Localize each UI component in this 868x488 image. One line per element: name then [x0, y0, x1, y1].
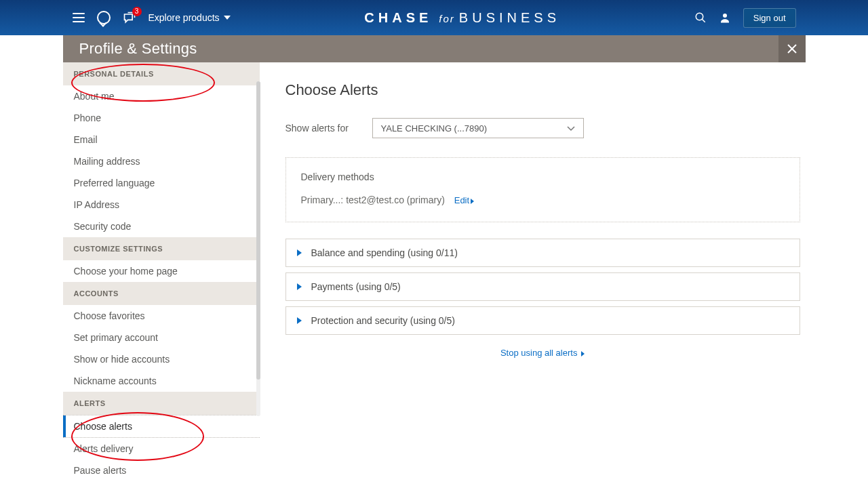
sidebar-item[interactable]: Pause alerts — [63, 460, 260, 481]
caret-right-icon — [297, 317, 302, 324]
svg-point-2 — [723, 14, 727, 18]
page-header: Profile & Settings — [63, 35, 806, 62]
sidebar-scrollbar[interactable] — [255, 77, 260, 416]
sidebar-item[interactable]: Security code — [63, 216, 260, 237]
accordion-label: Balance and spending (using 0/11) — [311, 247, 458, 258]
sign-out-button[interactable]: Sign out — [743, 8, 796, 28]
chevron-down-icon — [224, 16, 231, 20]
page-title: Profile & Settings — [63, 40, 197, 58]
sidebar-item[interactable]: Choose favorites — [63, 305, 260, 327]
chat-icon[interactable] — [97, 11, 111, 24]
account-selected-value: YALE CHECKING (...7890) — [381, 123, 488, 134]
chevron-right-icon — [471, 199, 474, 204]
sidebar-section-head: PERSONAL DETAILS — [63, 62, 260, 85]
settings-sidebar: PERSONAL DETAILSAbout mePhoneEmailMailin… — [63, 62, 260, 488]
accordion-label: Protection and security (using 0/5) — [311, 315, 455, 326]
sidebar-item[interactable]: Phone — [63, 107, 260, 129]
sidebar-section-head: CUSTOMIZE SETTINGS — [63, 237, 260, 260]
account-select[interactable]: YALE CHECKING (...7890) — [372, 118, 584, 138]
primary-value: test2@test.co (primary) — [346, 195, 445, 205]
topbar: 3 Explore products CHASEforBUSINESS Sign… — [0, 0, 868, 35]
show-alerts-label: Show alerts for — [285, 123, 372, 134]
svg-line-1 — [702, 19, 705, 22]
chevron-right-icon — [581, 351, 585, 357]
main-pane: Choose Alerts Show alerts for YALE CHECK… — [260, 62, 806, 488]
close-button[interactable] — [778, 35, 806, 62]
sidebar-item[interactable]: Show or hide accounts — [63, 348, 260, 370]
sidebar-item[interactable]: Alerts delivery — [63, 438, 260, 460]
search-icon[interactable] — [694, 12, 707, 24]
sidebar-item[interactable]: Set primary account — [63, 327, 260, 348]
sidebar-section-head: ALERTS — [63, 392, 260, 415]
sidebar-item[interactable]: Preferred language — [63, 172, 260, 194]
profile-icon[interactable] — [719, 12, 731, 24]
sidebar-item[interactable]: About me — [63, 85, 260, 107]
alert-category-accordion[interactable]: Protection and security (using 0/5) — [285, 306, 800, 335]
delivery-methods-box: Delivery methods Primary...: test2@test.… — [285, 157, 800, 222]
notification-badge: 3 — [132, 7, 142, 16]
primary-label: Primary...: — [301, 195, 344, 205]
caret-right-icon — [297, 283, 302, 290]
delivery-head: Delivery methods — [301, 171, 785, 182]
sidebar-item[interactable]: Mailing address — [63, 150, 260, 172]
sidebar-item[interactable]: Alerts history — [63, 481, 260, 488]
edit-delivery-link[interactable]: Edit — [454, 195, 474, 205]
sidebar-item[interactable]: Choose your home page — [63, 260, 260, 282]
alert-category-accordion[interactable]: Payments (using 0/5) — [285, 272, 800, 301]
sidebar-item[interactable]: Nickname accounts — [63, 370, 260, 392]
alert-category-accordion[interactable]: Balance and spending (using 0/11) — [285, 239, 800, 267]
menu-icon[interactable] — [73, 13, 85, 22]
accordion-label: Payments (using 0/5) — [311, 281, 401, 292]
sidebar-item[interactable]: IP Address — [63, 194, 260, 216]
stop-all-alerts-link[interactable]: Stop using all alerts — [500, 348, 585, 358]
brand-logo: CHASEforBUSINESS — [231, 10, 694, 26]
sidebar-item[interactable]: Email — [63, 129, 260, 150]
explore-label: Explore products — [149, 12, 220, 23]
sidebar-item[interactable]: Choose alerts — [63, 415, 260, 438]
pane-title: Choose Alerts — [285, 81, 800, 99]
messages-icon[interactable]: 3 — [123, 11, 136, 24]
sidebar-section-head: ACCOUNTS — [63, 282, 260, 305]
chevron-down-icon — [567, 123, 575, 134]
explore-products-menu[interactable]: Explore products — [149, 12, 231, 23]
caret-right-icon — [297, 249, 302, 256]
svg-point-0 — [696, 13, 703, 20]
